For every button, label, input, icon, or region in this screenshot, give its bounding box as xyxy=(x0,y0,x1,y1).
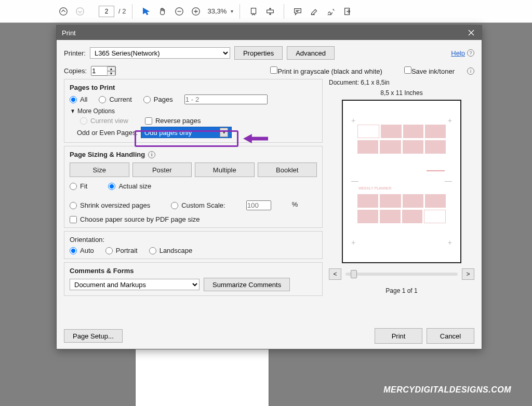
preview-column: Document: 6,1 x 8,5in 8,5 x 11 Inches + … xyxy=(329,79,474,321)
radio-shrink[interactable]: Shrink oversized pages xyxy=(70,200,150,210)
radio-fit[interactable]: Fit xyxy=(70,182,87,190)
odd-even-select[interactable]: Odd pages only ▾ xyxy=(141,127,232,138)
odd-even-label: Odd or Even Pages: xyxy=(77,129,138,137)
preview-page-of: Page 1 of 1 xyxy=(385,287,417,294)
radio-current-view: Current view xyxy=(80,117,128,125)
tab-size[interactable]: Size xyxy=(70,163,129,177)
orientation-heading: Orientation: xyxy=(70,236,317,243)
pages-range-input[interactable] xyxy=(184,94,268,104)
dialog-titlebar: Print xyxy=(57,25,482,40)
tab-booklet[interactable]: Booklet xyxy=(258,163,317,177)
select-tool-icon[interactable] xyxy=(139,4,153,19)
sizing-info-icon[interactable]: i xyxy=(148,151,155,158)
saveink-checkbox[interactable]: Save ink/toner xyxy=(404,66,455,75)
preview-slider[interactable] xyxy=(345,273,458,276)
svg-rect-5 xyxy=(267,10,274,12)
help-link[interactable]: Help xyxy=(451,49,465,57)
properties-button[interactable]: Properties xyxy=(234,46,283,60)
page-sizing-heading: Page Sizing & Handling xyxy=(70,151,145,158)
paper-size-label: 8,5 x 11 Inches xyxy=(380,89,422,97)
zoom-out-icon[interactable] xyxy=(172,4,187,19)
svg-point-1 xyxy=(76,7,84,15)
svg-rect-4 xyxy=(251,8,256,13)
comments-heading: Comments & Forms xyxy=(70,267,317,275)
radio-auto[interactable]: Auto xyxy=(70,247,94,254)
comments-panel: Comments & Forms Document and Markups Su… xyxy=(64,262,323,296)
highlight-icon[interactable] xyxy=(307,4,322,19)
printer-select[interactable]: L365 Series(Network) xyxy=(90,47,230,59)
page-number-input[interactable] xyxy=(99,6,114,17)
comments-select[interactable]: Document and Markups xyxy=(70,279,200,290)
saveink-info-icon[interactable]: i xyxy=(467,67,474,75)
tab-multiple[interactable]: Multiple xyxy=(195,163,255,177)
tab-poster[interactable]: Poster xyxy=(132,163,192,177)
sign-icon[interactable] xyxy=(324,4,338,19)
page-down-icon xyxy=(73,4,87,19)
watermark-text: MERCYDIGITALDESIGNS.COM xyxy=(383,385,511,395)
more-options-toggle[interactable]: ▼More Options xyxy=(70,107,317,115)
fit-width-icon[interactable] xyxy=(246,4,261,19)
radio-current[interactable]: Current xyxy=(99,96,131,103)
orientation-panel: Orientation: Auto Portrait Landscape xyxy=(64,231,323,259)
hand-tool-icon[interactable] xyxy=(155,4,170,19)
pages-to-print-panel: Pages to Print All Current Pages ▼More O… xyxy=(64,79,323,143)
radio-landscape[interactable]: Landscape xyxy=(149,247,193,254)
chevron-down-icon[interactable]: ▾ xyxy=(220,128,228,137)
pages-to-print-heading: Pages to Print xyxy=(70,84,317,91)
copies-up-icon[interactable]: ▲ xyxy=(107,66,115,71)
copies-down-icon[interactable]: ▼ xyxy=(107,71,115,76)
reverse-checkbox[interactable]: Reverse pages xyxy=(145,117,201,125)
radio-all[interactable]: All xyxy=(70,96,87,103)
printer-label: Printer: xyxy=(64,49,86,57)
summarize-comments-button[interactable]: Summarize Comments xyxy=(204,278,290,291)
page-sizing-panel: Page Sizing & Handling i Size Poster Mul… xyxy=(64,146,323,228)
preview-next-button[interactable]: > xyxy=(462,268,474,280)
app-toolbar: / 2 33,3% ▾ xyxy=(0,0,532,23)
zoom-in-icon[interactable] xyxy=(189,4,203,19)
dialog-title: Print xyxy=(62,29,76,37)
svg-point-0 xyxy=(60,7,67,15)
preview-prev-button[interactable]: < xyxy=(329,268,341,280)
document-size-label: Document: 6,1 x 8,5in xyxy=(329,79,390,86)
page-total-label: / 2 xyxy=(118,7,126,15)
radio-pages[interactable]: Pages xyxy=(143,96,173,103)
print-button[interactable]: Print xyxy=(375,328,422,344)
close-icon[interactable] xyxy=(466,28,476,38)
paper-source-checkbox[interactable]: Choose paper source by PDF page size xyxy=(70,215,317,223)
advanced-button[interactable]: Advanced xyxy=(287,46,335,60)
percent-sign: % xyxy=(292,200,298,210)
print-preview: + + ▬▬▬▬▬ — — WEEKLY PLANNER + + xyxy=(342,100,461,263)
radio-portrait[interactable]: Portrait xyxy=(105,247,138,254)
help-info-icon[interactable]: ? xyxy=(467,49,474,57)
custom-scale-input[interactable] xyxy=(246,200,271,210)
fit-page-icon[interactable] xyxy=(263,4,277,19)
comment-icon[interactable] xyxy=(290,4,305,19)
page-up-icon[interactable] xyxy=(56,4,71,19)
page-setup-button[interactable]: Page Setup... xyxy=(64,329,123,343)
grayscale-checkbox[interactable]: Print in grayscale (black and white) xyxy=(270,66,382,75)
radio-actual[interactable]: Actual size xyxy=(108,182,151,190)
copies-label: Copies: xyxy=(64,67,87,75)
export-icon[interactable] xyxy=(340,4,355,19)
radio-custom-scale[interactable]: Custom Scale: xyxy=(171,200,225,210)
print-dialog: Print Printer: L365 Series(Network) Prop… xyxy=(56,25,482,349)
cancel-button[interactable]: Cancel xyxy=(427,328,474,344)
zoom-level[interactable]: 33,3% xyxy=(207,7,227,15)
